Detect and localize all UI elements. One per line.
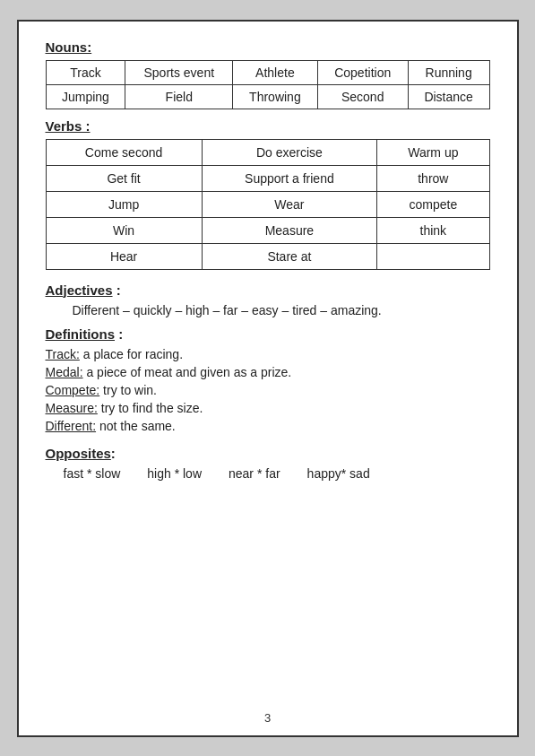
table-cell: Come second <box>46 139 202 165</box>
verbs-table: Come secondDo exerciseWarm upGet fitSupp… <box>46 139 490 270</box>
verbs-section: Verbs : Come secondDo exerciseWarm upGet… <box>46 118 490 270</box>
definition-word: Track: <box>46 347 80 361</box>
table-cell: Second <box>317 84 408 109</box>
table-cell: Win <box>46 217 202 243</box>
opposites-section: Opposites: fast * slowhigh * lownear * f… <box>46 446 490 481</box>
definition-item: Track: a place for racing. <box>46 347 490 361</box>
opposite-pair: near * far <box>229 466 280 481</box>
verbs-title: Verbs : <box>46 118 490 134</box>
table-cell: Athlete <box>233 60 318 84</box>
table-cell: Jump <box>46 191 202 217</box>
table-cell: Sports event <box>125 60 233 84</box>
table-cell: think <box>377 217 489 243</box>
definition-item: Different: not the same. <box>46 419 490 433</box>
opposites-line: fast * slowhigh * lownear * farhappy* sa… <box>64 466 490 481</box>
table-cell: Running <box>408 60 489 84</box>
nouns-title: Nouns: <box>46 39 490 55</box>
table-cell: Jumping <box>46 84 125 109</box>
definition-item: Compete: try to win. <box>46 383 490 397</box>
table-cell: throw <box>377 165 489 191</box>
definition-word: Different: <box>46 419 97 433</box>
table-cell: Stare at <box>202 243 377 269</box>
opposite-pair: fast * slow <box>64 466 121 481</box>
table-cell: Hear <box>46 243 202 269</box>
table-cell: Support a friend <box>202 165 377 191</box>
table-cell: Copetition <box>317 60 408 84</box>
table-cell: Throwing <box>233 84 318 109</box>
definition-item: Measure: try to find the size. <box>46 401 490 415</box>
adjectives-title: Adjectives : <box>46 282 490 298</box>
definitions-title: Definitions : <box>46 326 490 342</box>
table-cell: Track <box>46 60 125 84</box>
opposites-title: Opposites: <box>46 446 490 461</box>
adjectives-line: Different – quickly – high – far – easy … <box>73 303 490 317</box>
table-cell: Measure <box>202 217 377 243</box>
definition-word: Medal: <box>46 365 83 379</box>
table-cell: Do exercise <box>202 139 377 165</box>
table-cell: Get fit <box>46 165 202 191</box>
page: Nouns: TrackSports eventAthleteCopetitio… <box>17 20 519 737</box>
definition-word: Compete: <box>46 383 100 397</box>
table-cell <box>377 243 489 269</box>
table-cell: Warm up <box>377 139 489 165</box>
page-number: 3 <box>19 711 517 725</box>
table-cell: compete <box>377 191 489 217</box>
table-cell: Field <box>125 84 233 109</box>
definition-word: Measure: <box>46 401 98 415</box>
table-cell: Wear <box>202 191 377 217</box>
definitions-section: Definitions : Track: a place for racing.… <box>46 326 490 433</box>
table-cell: Distance <box>408 84 489 109</box>
opposite-pair: high * low <box>147 466 202 481</box>
opposite-pair: happy* sad <box>307 466 370 481</box>
nouns-table: TrackSports eventAthleteCopetitionRunnin… <box>46 60 490 109</box>
nouns-section: Nouns: TrackSports eventAthleteCopetitio… <box>46 39 490 109</box>
adjectives-section: Adjectives : Different – quickly – high … <box>46 282 490 317</box>
definition-item: Medal: a piece of meat and given as a pr… <box>46 365 490 379</box>
